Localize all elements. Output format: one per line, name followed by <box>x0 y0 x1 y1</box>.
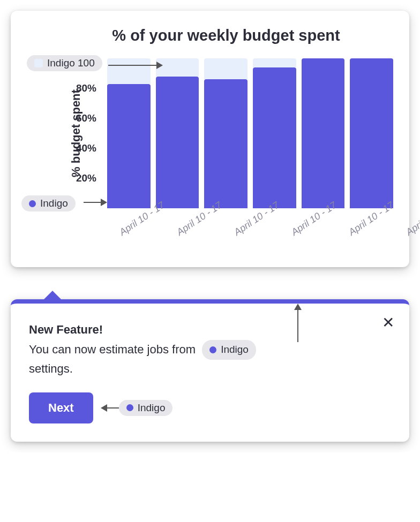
y-tick: 80% <box>76 82 96 94</box>
bar-column <box>156 58 199 208</box>
dot-icon <box>209 346 216 353</box>
legend-label: Indigo 100 <box>47 57 95 69</box>
inline-color-pill: Indigo <box>119 400 173 416</box>
tooltip-body-line: You can now estimate jobs from <box>29 343 196 356</box>
swatch-icon <box>34 59 43 67</box>
legend-label: Indigo <box>138 402 166 414</box>
close-icon[interactable]: ✕ <box>382 315 394 330</box>
next-button[interactable]: Next <box>29 392 93 423</box>
arrow-head-icon <box>156 62 163 69</box>
feature-tooltip-card: ✕ New Feature! You can now estimate jobs… <box>11 299 409 442</box>
arrow-head-icon <box>101 404 107 412</box>
inline-color-pill: Indigo <box>202 340 256 360</box>
chart-card: % of your weekly budget spent % budget s… <box>11 11 409 267</box>
bar-background <box>204 58 248 79</box>
bar-background <box>253 58 296 67</box>
chart-title: % of your weekly budget spent <box>27 27 393 44</box>
y-tick: 20% <box>76 172 96 184</box>
bar-column <box>204 58 248 208</box>
arrow-head-icon <box>294 304 302 310</box>
tooltip-heading: New Feature! <box>29 323 391 337</box>
bar-foreground <box>350 58 393 208</box>
legend-label: Indigo <box>40 198 68 209</box>
arrow-line <box>107 407 119 408</box>
y-tick: 40% <box>76 142 96 154</box>
legend-bg-series: Indigo 100 <box>27 55 102 71</box>
y-axis-ticks: 80% 60% 40% 20% <box>71 58 103 208</box>
bar-column <box>107 58 151 208</box>
y-tick: 60% <box>76 112 96 124</box>
arrow-line <box>84 202 102 203</box>
bar-foreground <box>156 77 199 208</box>
dot-icon <box>29 200 36 207</box>
tooltip-body-line: settings. <box>29 362 73 375</box>
bar-column <box>253 58 296 208</box>
x-axis-labels: April 10 - 17April 10 - 17April 10 - 17A… <box>107 214 393 256</box>
legend-fg-series: Indigo <box>21 195 76 211</box>
dot-icon <box>126 404 133 411</box>
tooltip-tail-icon <box>44 291 61 299</box>
legend-label: Indigo <box>221 342 249 358</box>
bar-foreground <box>253 67 296 208</box>
arrow-head-icon <box>101 199 107 206</box>
bar-background <box>107 58 151 84</box>
arrow-line <box>297 310 298 342</box>
chart-plot-area: % budget spent 80% 60% 40% 20% Indigo 10… <box>75 58 393 208</box>
tooltip-body: You can now estimate jobs from Indigo se… <box>29 340 391 377</box>
arrow-line <box>108 65 158 66</box>
x-tick-label: April 10 - 17 <box>394 185 420 249</box>
bar-column <box>350 58 393 208</box>
